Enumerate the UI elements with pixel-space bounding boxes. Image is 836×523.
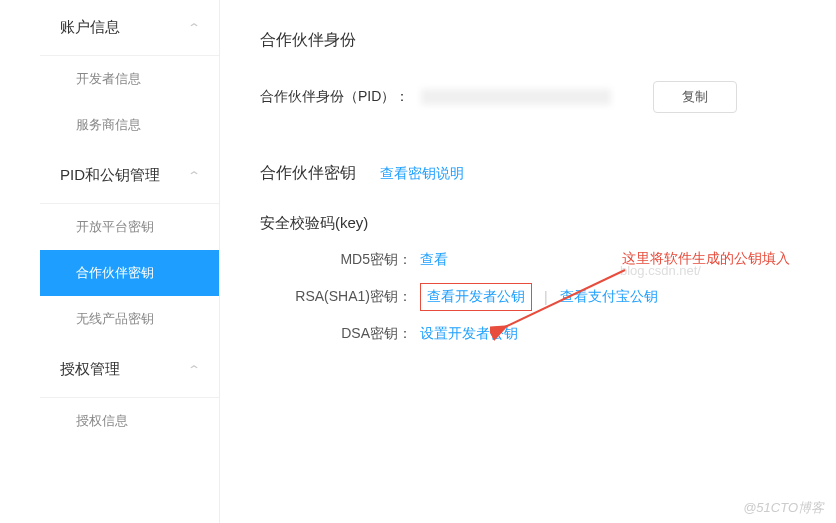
nav-group-account[interactable]: 账户信息 ⌃ [40,0,219,56]
nav-group-pid-key[interactable]: PID和公钥管理 ⌃ [40,148,219,204]
copy-button[interactable]: 复制 [653,81,737,113]
md5-view-link[interactable]: 查看 [420,251,448,269]
key-help-link[interactable]: 查看密钥说明 [380,165,464,181]
dsa-set-key-link[interactable]: 设置开发者公钥 [420,325,518,343]
pid-value-redacted [421,89,611,105]
sidebar-item-auth-info[interactable]: 授权信息 [40,398,219,444]
rsa-view-alipay-key-link[interactable]: 查看支付宝公钥 [560,288,658,306]
chevron-up-icon: ⌃ [187,169,201,183]
rsa-view-developer-key-link[interactable]: 查看开发者公钥 [420,283,532,311]
dsa-label: DSA密钥： [260,325,420,343]
sidebar: 账户信息 ⌃ 开发者信息 服务商信息 PID和公钥管理 ⌃ 开放平台密钥 合作伙… [40,0,220,523]
divider: | [544,289,548,305]
sidebar-item-developer-info[interactable]: 开发者信息 [40,56,219,102]
annotation-callout: 这里将软件生成的公钥填入 [622,250,790,268]
key-subtitle: 安全校验码(key) [260,214,796,233]
identity-section-title: 合作伙伴身份 [260,30,796,51]
sidebar-item-open-platform-key[interactable]: 开放平台密钥 [40,204,219,250]
rsa-label: RSA(SHA1)密钥： [260,288,420,306]
md5-label: MD5密钥： [260,251,420,269]
sidebar-item-provider-info[interactable]: 服务商信息 [40,102,219,148]
nav-group-label: PID和公钥管理 [60,166,160,185]
key-section-title: 合作伙伴密钥 [260,163,356,184]
chevron-up-icon: ⌃ [187,363,201,377]
pid-label: 合作伙伴身份（PID）： [260,88,409,106]
pid-row: 合作伙伴身份（PID）： 复制 [260,81,796,113]
chevron-up-icon: ⌃ [187,21,201,35]
dsa-row: DSA密钥： 设置开发者公钥 [260,325,796,343]
rsa-row: RSA(SHA1)密钥： 查看开发者公钥 | 查看支付宝公钥 [260,283,796,311]
nav-group-authorization[interactable]: 授权管理 ⌃ [40,342,219,398]
footer-watermark: @51CTO博客 [743,499,824,517]
nav-group-label: 授权管理 [60,360,120,379]
nav-group-label: 账户信息 [60,18,120,37]
sidebar-item-partner-key[interactable]: 合作伙伴密钥 [40,250,219,296]
key-section-header: 合作伙伴密钥 查看密钥说明 [260,163,796,184]
sidebar-item-wireless-key[interactable]: 无线产品密钥 [40,296,219,342]
